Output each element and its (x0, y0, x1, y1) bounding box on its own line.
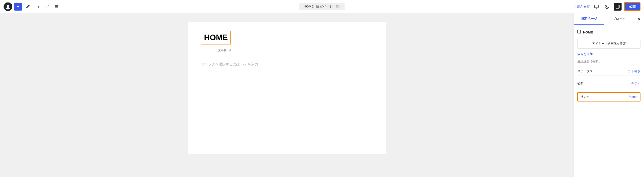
edit-button[interactable] (24, 3, 32, 10)
block-placeholder[interactable]: ブロックを選択するには「/」を入力 (201, 62, 372, 67)
sidebar-content: HOME ⋮ アイキャッチ画像を設定 抜粋を追加 ... 最終編集 8分前。 ス… (574, 25, 644, 105)
editor-canvas: HOME 文字数：4 ブロックを選択するには「/」を入力 (188, 22, 386, 154)
toolbar-right: 下書き保存 公開 (573, 2, 640, 11)
status-label: ステータス (577, 69, 593, 73)
link-value[interactable]: /home (629, 95, 638, 99)
char-count: 文字数：4 (218, 48, 231, 52)
svg-point-1 (7, 4, 9, 7)
ellipsis-icon: ⋮ (635, 30, 640, 35)
wp-avatar-button[interactable] (4, 2, 12, 11)
save-draft-button[interactable]: 下書き保存 (573, 4, 590, 8)
plus-icon: + (17, 4, 20, 10)
page-shortcut: ⌘K (336, 5, 340, 8)
redo-button[interactable] (43, 3, 51, 10)
toolbar-left: + (4, 2, 61, 11)
undo-button[interactable] (34, 3, 42, 10)
featured-image-button[interactable]: アイキャッチ画像を設定 (577, 39, 640, 49)
last-edited: 最終編集 8分前。 (577, 60, 640, 64)
status-value[interactable]: ⊙ 下書き (628, 69, 640, 73)
tab-block[interactable]: ブロック (604, 13, 634, 25)
toolbar-center: HOME · 固定ページ ⌘K (299, 3, 345, 10)
list-view-button[interactable] (53, 3, 61, 10)
layout-icon (616, 4, 620, 9)
monitor-icon (594, 4, 599, 9)
toolbar: + (0, 0, 644, 13)
block-title[interactable]: HOME (201, 31, 231, 44)
publish-label: 公開 (577, 82, 584, 86)
undo-icon (36, 4, 40, 8)
moon-icon (605, 4, 609, 9)
publish-value[interactable]: 今すぐ (631, 82, 640, 86)
list-view-icon (55, 4, 59, 8)
more-options-button[interactable]: ⋮ (634, 29, 640, 36)
page-title-button[interactable]: HOME · 固定ページ ⌘K (299, 3, 345, 10)
svg-rect-11 (578, 30, 580, 33)
publish-button[interactable]: 公開 (624, 2, 640, 11)
editor: HOME 文字数：4 ブロックを選択するには「/」を入力 (0, 13, 574, 177)
sidebar: 固定ページ ブロック ✕ HOME ⋮ (574, 13, 644, 177)
svg-point-2 (6, 7, 10, 10)
tab-page[interactable]: 固定ページ (574, 13, 604, 25)
excerpt-link[interactable]: 抜粋を追加 ... (577, 52, 640, 56)
status-row: ステータス ⊙ 下書き (577, 67, 640, 76)
page-block-row: HOME ⋮ (577, 29, 640, 36)
sidebar-close-button[interactable]: ✕ (634, 14, 644, 24)
view-button[interactable] (592, 3, 600, 10)
pencil-icon (26, 4, 30, 8)
block-icon (577, 30, 581, 34)
svg-rect-6 (594, 5, 598, 8)
redo-icon (45, 4, 49, 8)
status-text: 下書き (631, 69, 640, 73)
page-name: HOME (583, 30, 632, 34)
page-title-text: HOME · 固定ページ (304, 4, 333, 8)
close-icon: ✕ (638, 16, 641, 22)
link-row: リンク /home (577, 92, 640, 102)
sidebar-toggle-button[interactable] (614, 3, 622, 10)
block-title-area: HOME 文字数：4 (201, 31, 231, 44)
svg-rect-9 (616, 5, 619, 8)
main-area: HOME 文字数：4 ブロックを選択するには「/」を入力 固定ページ ブロック … (0, 13, 644, 177)
publish-row: 公開 今すぐ (577, 79, 640, 88)
circle-icon: ⊙ (628, 70, 630, 73)
sidebar-header: 固定ページ ブロック ✕ (574, 13, 644, 25)
moon-button[interactable] (603, 3, 611, 10)
add-block-button[interactable]: + (14, 3, 22, 10)
link-label: リンク (580, 95, 590, 99)
